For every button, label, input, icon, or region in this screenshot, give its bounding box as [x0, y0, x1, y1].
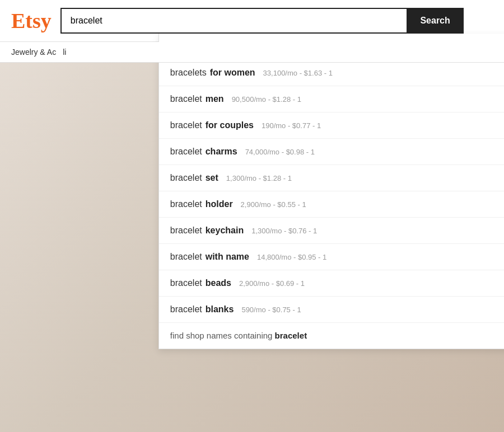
- item-bold-text: with name: [206, 252, 249, 262]
- find-shop-text: find shop names containing bracelet: [170, 331, 307, 340]
- nav-item-jewelry[interactable]: Jewelry & Ac: [11, 48, 56, 57]
- dropdown-item[interactable]: bracelet keychain1,300/mo - $0.76 - 1: [159, 218, 504, 244]
- item-base-text: bracelet: [170, 252, 202, 262]
- dropdown-item[interactable]: bracelet with name14,800/mo - $0.95 - 1: [159, 244, 504, 270]
- find-shop-item[interactable]: find shop names containing bracelet: [159, 323, 504, 349]
- dropdown-item[interactable]: bracelets for women33,100/mo - $1.63 - 1: [159, 60, 504, 86]
- item-meta-text: 1,300/mo - $1.28 - 1: [226, 174, 292, 182]
- item-bold-text: for couples: [206, 120, 254, 130]
- item-base-text: bracelet: [170, 226, 202, 236]
- item-base-text: bracelet: [170, 278, 202, 288]
- find-shop-keyword: bracelet: [275, 331, 307, 340]
- dropdown-item[interactable]: bracelet men90,500/mo - $1.28 - 1: [159, 86, 504, 112]
- dropdown-item[interactable]: bracelet beads2,900/mo - $0.69 - 1: [159, 270, 504, 297]
- item-base-text: bracelet: [170, 147, 202, 157]
- item-bold-text: charms: [206, 147, 237, 157]
- item-base-text: bracelet: [170, 94, 202, 104]
- dropdown-item[interactable]: bracelet holder2,900/mo - $0.55 - 1: [159, 191, 504, 218]
- item-meta-text: 1,300/mo - $0.76 - 1: [251, 227, 317, 235]
- dropdown-item[interactable]: bracelet charms74,000/mo - $0.98 - 1: [159, 139, 504, 165]
- item-base-text: bracelets: [170, 68, 207, 78]
- search-dropdown: bracelet135,000/mo - $1.42 - 1bracelets …: [158, 34, 504, 349]
- item-meta-text: 74,000/mo - $0.98 - 1: [245, 148, 315, 156]
- search-container: Search bracelet135,000/mo - $1.42 - 1bra…: [60, 8, 464, 34]
- item-bold-text: blanks: [206, 304, 234, 314]
- nav-bar: Jewelry & Ac li: [0, 42, 504, 63]
- dropdown-item[interactable]: bracelet for couples190/mo - $0.77 - 1: [159, 112, 504, 139]
- item-bold-text: keychain: [206, 226, 244, 236]
- item-base-text: bracelet: [170, 199, 202, 209]
- item-meta-text: 590/mo - $0.75 - 1: [241, 306, 301, 314]
- item-meta-text: 90,500/mo - $1.28 - 1: [232, 95, 301, 104]
- nav-item-li[interactable]: li: [63, 48, 66, 57]
- item-base-text: bracelet: [170, 304, 202, 314]
- item-meta-text: 190/mo - $0.77 - 1: [262, 121, 321, 130]
- search-button[interactable]: Search: [407, 8, 463, 34]
- etsy-logo[interactable]: Etsy: [11, 10, 52, 31]
- item-bold-text: men: [206, 94, 224, 104]
- item-bold-text: holder: [206, 199, 233, 209]
- item-bold-text: beads: [206, 278, 231, 288]
- item-base-text: bracelet: [170, 120, 202, 130]
- item-meta-text: 2,900/mo - $0.55 - 1: [241, 200, 306, 209]
- dropdown-item[interactable]: bracelet set1,300/mo - $1.28 - 1: [159, 165, 504, 191]
- item-bold-text: for women: [210, 68, 255, 78]
- search-input[interactable]: [60, 8, 407, 34]
- header: Etsy Search bracelet135,000/mo - $1.42 -…: [0, 0, 504, 42]
- item-meta-text: 33,100/mo - $1.63 - 1: [263, 69, 333, 77]
- item-meta-text: 2,900/mo - $0.69 - 1: [239, 279, 305, 288]
- dropdown-item[interactable]: bracelet blanks590/mo - $0.75 - 1: [159, 297, 504, 323]
- item-bold-text: set: [206, 173, 218, 183]
- item-meta-text: 14,800/mo - $0.95 - 1: [257, 253, 326, 261]
- item-base-text: bracelet: [170, 173, 202, 183]
